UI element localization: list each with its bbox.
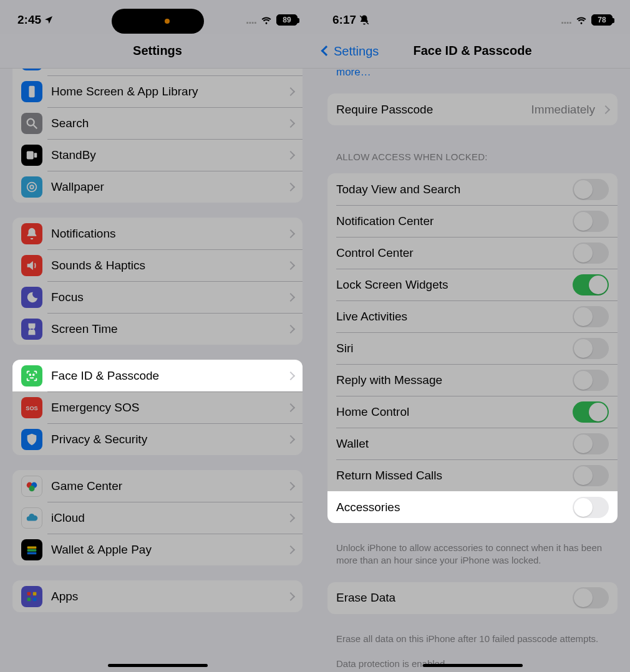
chevron-right-icon [286, 371, 295, 380]
wifi-icon [260, 14, 273, 26]
toggle-switch[interactable] [573, 433, 609, 454]
svg-point-6 [27, 182, 37, 191]
settings-row-face-id-passcode[interactable]: Face ID & Passcode [12, 360, 303, 391]
cellular-icon: .... [246, 13, 256, 27]
apps-icon [21, 586, 42, 607]
toggle-row-accessories: Accessories [327, 491, 618, 523]
svg-rect-19 [33, 597, 37, 601]
page-title: Settings [133, 44, 182, 58]
row-label: Return Missed Calls [336, 469, 573, 482]
row-label: Accessories [336, 501, 573, 514]
standby-icon [21, 145, 42, 166]
settings-row-wallpaper[interactable]: Wallpaper [12, 171, 303, 203]
settings-row-icloud[interactable]: iCloud [12, 502, 303, 534]
wifi-icon [575, 14, 588, 26]
toggle-switch[interactable] [573, 587, 609, 608]
status-bar-right: 6:17 .... 78 [315, 0, 630, 34]
svg-rect-16 [27, 592, 31, 595]
gamecenter-icon [21, 476, 42, 497]
toggle-row-home-control: Home Control [327, 396, 618, 428]
row-label: Emergency SOS [51, 401, 284, 415]
toggle-switch[interactable] [573, 211, 609, 232]
chevron-right-icon [601, 105, 610, 113]
svg-text:SOS: SOS [26, 405, 37, 411]
settings-row-screen-time[interactable]: Screen Time [12, 313, 303, 345]
settings-row-standby[interactable]: StandBy [12, 139, 303, 171]
display-icon [21, 69, 42, 70]
chevron-right-icon [286, 592, 295, 600]
notifications-icon [21, 223, 42, 244]
toggle-row-lock-screen-widgets: Lock Screen Widgets [327, 269, 618, 300]
faceid-screen: 6:17 .... 78 Settings Face ID & Passcode… [315, 0, 630, 672]
erase-data-row: Erase Data [327, 582, 618, 614]
status-bar-left: 2:45 .... 89 [0, 0, 315, 34]
home-indicator[interactable] [423, 664, 523, 667]
settings-row-sounds-haptics[interactable]: Sounds & Haptics [12, 249, 303, 281]
settings-row-home-screen-app-library[interactable]: Home Screen & App Library [12, 75, 303, 107]
svg-rect-3 [27, 151, 34, 159]
home-screen-icon [21, 81, 42, 102]
toggle-row-live-activities: Live Activities [327, 300, 618, 332]
chevron-right-icon [286, 513, 295, 522]
toggle-switch[interactable] [573, 338, 609, 359]
settings-row-emergency-sos[interactable]: SOSEmergency SOS [12, 391, 303, 423]
settings-row-focus[interactable]: Focus [12, 281, 303, 313]
privacy-icon [21, 429, 42, 450]
chevron-right-icon [286, 150, 295, 159]
toggle-row-wallet: Wallet [327, 428, 618, 459]
settings-row-notifications[interactable]: Notifications [12, 218, 303, 249]
back-button[interactable]: Settings [322, 44, 379, 58]
more-link[interactable]: more… [327, 66, 618, 87]
sounds-icon [21, 255, 42, 276]
toggle-switch[interactable] [573, 306, 609, 327]
toggle-switch[interactable] [573, 179, 609, 200]
sos-icon: SOS [21, 397, 42, 418]
toggle-switch[interactable] [573, 242, 609, 264]
row-label: iCloud [51, 511, 284, 525]
toggle-row-reply-with-message: Reply with Message [327, 364, 618, 396]
settings-row-search[interactable]: Search [12, 107, 303, 139]
settings-list[interactable]: Home Screen & App LibrarySearchStandByWa… [0, 69, 315, 672]
row-label: Game Center [51, 479, 284, 493]
toggle-switch[interactable] [573, 497, 609, 518]
faceid-icon [21, 365, 42, 386]
wallet-icon [21, 539, 42, 560]
row-label: Wallet & Apple Pay [51, 543, 284, 557]
wallpaper-icon [21, 176, 42, 198]
row-label: Screen Time [51, 322, 284, 336]
chevron-right-icon [286, 545, 295, 554]
icloud-icon [21, 507, 42, 529]
toggle-switch[interactable] [573, 274, 609, 295]
toggle-row-return-missed-calls: Return Missed Calls [327, 459, 618, 491]
dynamic-island [112, 9, 204, 34]
allow-access-header: ALLOW ACCESS WHEN LOCKED: [327, 140, 618, 167]
settings-screen: 2:45 .... 89 Settings Home Screen & App … [0, 0, 315, 672]
row-label: Reply with Message [336, 373, 573, 387]
back-label: Settings [334, 44, 379, 58]
settings-row-apps[interactable]: Apps [12, 580, 303, 612]
row-label: Home Screen & App Library [51, 85, 284, 98]
toggle-switch[interactable] [573, 465, 609, 486]
faceid-settings-list[interactable]: more…Require PasscodeImmediatelyALLOW AC… [315, 66, 630, 672]
settings-row-wallet-apple-pay[interactable]: Wallet & Apple Pay [12, 534, 303, 565]
settings-row-game-center[interactable]: Game Center [12, 470, 303, 502]
chevron-right-icon [286, 182, 295, 191]
svg-point-5 [30, 185, 34, 189]
toggle-switch[interactable] [573, 401, 609, 423]
data-protection-footer: Data protection is enabled. [327, 654, 618, 672]
nav-bar-right: Settings Face ID & Passcode [315, 34, 630, 69]
row-label: Apps [51, 590, 284, 603]
chevron-right-icon [286, 324, 295, 333]
battery-icon: 78 [591, 14, 613, 26]
require-passcode-row[interactable]: Require PasscodeImmediately [327, 94, 618, 125]
toggle-switch[interactable] [573, 370, 609, 391]
svg-rect-13 [27, 546, 37, 549]
chevron-right-icon [286, 87, 295, 95]
row-label: Require Passcode [336, 103, 531, 117]
row-label: Wallet [336, 437, 573, 451]
svg-rect-14 [27, 549, 37, 552]
chevron-right-icon [286, 481, 295, 490]
settings-row-privacy-security[interactable]: Privacy & Security [12, 423, 303, 455]
home-indicator[interactable] [108, 664, 208, 667]
row-label: StandBy [51, 148, 284, 162]
